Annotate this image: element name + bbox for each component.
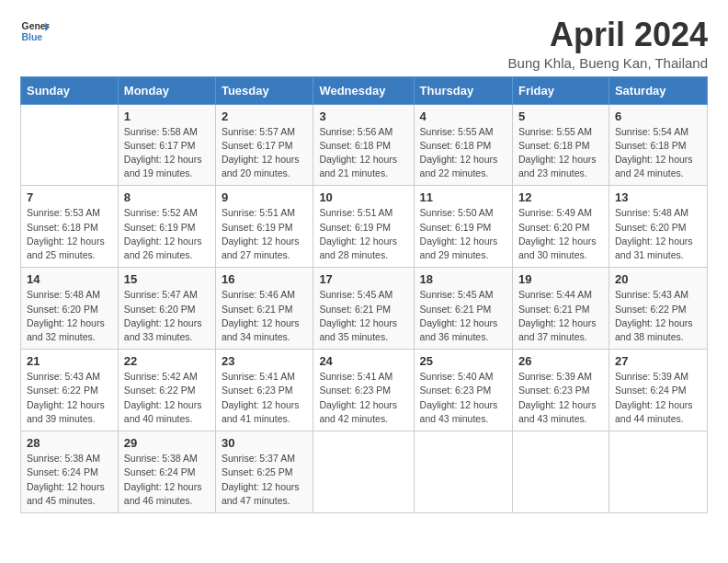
calendar-cell: 21Sunrise: 5:43 AMSunset: 6:22 PMDayligh… — [21, 350, 119, 431]
daylight-text-line1: Daylight: 12 hours — [124, 316, 210, 330]
sunrise-text: Sunrise: 5:50 AM — [420, 206, 506, 220]
calendar-cell — [609, 431, 707, 513]
sunset-text: Sunset: 6:19 PM — [420, 221, 506, 235]
calendar-table: Sunday Monday Tuesday Wednesday Thursday… — [20, 76, 708, 513]
daylight-text-line2: and 37 minutes. — [518, 330, 603, 344]
calendar-cell: 14Sunrise: 5:48 AMSunset: 6:20 PMDayligh… — [21, 268, 119, 350]
daylight-text-line2: and 45 minutes. — [27, 494, 112, 508]
calendar-cell: 26Sunrise: 5:39 AMSunset: 6:23 PMDayligh… — [512, 350, 609, 431]
day-number: 25 — [420, 354, 506, 368]
sunset-text: Sunset: 6:21 PM — [420, 303, 506, 316]
daylight-text-line2: and 41 minutes. — [222, 412, 307, 426]
day-info: Sunrise: 5:51 AMSunset: 6:19 PMDaylight:… — [222, 206, 307, 262]
daylight-text-line1: Daylight: 12 hours — [615, 235, 701, 248]
daylight-text-line2: and 43 minutes. — [420, 412, 506, 426]
sunrise-text: Sunrise: 5:54 AM — [615, 125, 701, 139]
calendar-title: April 2024 — [508, 17, 708, 53]
daylight-text-line1: Daylight: 12 hours — [222, 398, 307, 412]
daylight-text-line1: Daylight: 12 hours — [222, 480, 307, 494]
daylight-text-line2: and 30 minutes. — [518, 248, 603, 262]
day-number: 5 — [518, 109, 603, 123]
day-info: Sunrise: 5:49 AMSunset: 6:20 PMDaylight:… — [518, 206, 603, 262]
daylight-text-line2: and 20 minutes. — [222, 167, 307, 180]
day-info: Sunrise: 5:39 AMSunset: 6:24 PMDaylight:… — [615, 370, 701, 426]
calendar-cell: 27Sunrise: 5:39 AMSunset: 6:24 PMDayligh… — [609, 350, 707, 431]
day-info: Sunrise: 5:42 AMSunset: 6:22 PMDaylight:… — [124, 370, 210, 426]
daylight-text-line2: and 40 minutes. — [124, 412, 210, 426]
sunset-text: Sunset: 6:24 PM — [124, 465, 210, 479]
daylight-text-line2: and 27 minutes. — [222, 248, 307, 262]
day-number: 26 — [518, 354, 603, 368]
sunset-text: Sunset: 6:21 PM — [222, 303, 307, 316]
calendar-week-row: 28Sunrise: 5:38 AMSunset: 6:24 PMDayligh… — [21, 431, 708, 513]
calendar-cell: 6Sunrise: 5:54 AMSunset: 6:18 PMDaylight… — [609, 104, 707, 186]
daylight-text-line1: Daylight: 12 hours — [27, 398, 112, 412]
sunset-text: Sunset: 6:17 PM — [222, 139, 307, 153]
day-number: 11 — [420, 190, 506, 204]
daylight-text-line1: Daylight: 12 hours — [518, 153, 603, 167]
calendar-cell: 20Sunrise: 5:43 AMSunset: 6:22 PMDayligh… — [609, 268, 707, 350]
sunrise-text: Sunrise: 5:37 AM — [222, 452, 307, 465]
sunset-text: Sunset: 6:22 PM — [27, 384, 112, 397]
daylight-text-line2: and 25 minutes. — [27, 248, 112, 262]
calendar-cell: 3Sunrise: 5:56 AMSunset: 6:18 PMDaylight… — [313, 104, 414, 186]
logo-icon: General Blue — [20, 17, 50, 46]
sunrise-text: Sunrise: 5:53 AM — [27, 206, 112, 220]
calendar-cell: 18Sunrise: 5:45 AMSunset: 6:21 PMDayligh… — [414, 268, 512, 350]
weekday-header-row: Sunday Monday Tuesday Wednesday Thursday… — [21, 76, 708, 104]
sunset-text: Sunset: 6:17 PM — [124, 139, 210, 153]
day-number: 1 — [124, 109, 210, 123]
daylight-text-line1: Daylight: 12 hours — [222, 235, 307, 248]
sunset-text: Sunset: 6:25 PM — [222, 465, 307, 479]
daylight-text-line1: Daylight: 12 hours — [124, 153, 210, 167]
day-number: 8 — [124, 190, 210, 204]
daylight-text-line2: and 34 minutes. — [222, 330, 307, 344]
calendar-cell: 23Sunrise: 5:41 AMSunset: 6:23 PMDayligh… — [215, 350, 313, 431]
daylight-text-line2: and 42 minutes. — [319, 412, 407, 426]
daylight-text-line1: Daylight: 12 hours — [319, 153, 407, 167]
day-number: 12 — [518, 190, 603, 204]
calendar-week-row: 14Sunrise: 5:48 AMSunset: 6:20 PMDayligh… — [21, 268, 708, 350]
day-info: Sunrise: 5:57 AMSunset: 6:17 PMDaylight:… — [222, 125, 307, 181]
sunset-text: Sunset: 6:21 PM — [518, 303, 603, 316]
calendar-cell: 25Sunrise: 5:40 AMSunset: 6:23 PMDayligh… — [414, 350, 512, 431]
sunset-text: Sunset: 6:22 PM — [124, 384, 210, 397]
day-number: 14 — [27, 272, 112, 286]
calendar-cell: 2Sunrise: 5:57 AMSunset: 6:17 PMDaylight… — [215, 104, 313, 186]
sunrise-text: Sunrise: 5:48 AM — [27, 288, 112, 302]
calendar-cell: 17Sunrise: 5:45 AMSunset: 6:21 PMDayligh… — [313, 268, 414, 350]
sunset-text: Sunset: 6:23 PM — [518, 384, 603, 397]
weekday-tuesday: Tuesday — [215, 76, 313, 104]
sunrise-text: Sunrise: 5:39 AM — [518, 370, 603, 384]
day-number: 9 — [222, 190, 307, 204]
calendar-cell: 8Sunrise: 5:52 AMSunset: 6:19 PMDaylight… — [118, 186, 215, 268]
day-info: Sunrise: 5:48 AMSunset: 6:20 PMDaylight:… — [27, 288, 112, 344]
calendar-cell: 29Sunrise: 5:38 AMSunset: 6:24 PMDayligh… — [118, 431, 215, 513]
day-number: 2 — [222, 109, 307, 123]
daylight-text-line2: and 39 minutes. — [27, 412, 112, 426]
daylight-text-line2: and 29 minutes. — [420, 248, 506, 262]
daylight-text-line2: and 24 minutes. — [615, 167, 701, 180]
calendar-cell: 16Sunrise: 5:46 AMSunset: 6:21 PMDayligh… — [215, 268, 313, 350]
calendar-cell: 19Sunrise: 5:44 AMSunset: 6:21 PMDayligh… — [512, 268, 609, 350]
day-number: 18 — [420, 272, 506, 286]
sunrise-text: Sunrise: 5:55 AM — [518, 125, 603, 139]
day-number: 22 — [124, 354, 210, 368]
calendar-cell: 4Sunrise: 5:55 AMSunset: 6:18 PMDaylight… — [414, 104, 512, 186]
daylight-text-line1: Daylight: 12 hours — [518, 398, 603, 412]
sunset-text: Sunset: 6:20 PM — [518, 221, 603, 235]
sunset-text: Sunset: 6:19 PM — [222, 221, 307, 235]
sunset-text: Sunset: 6:20 PM — [124, 303, 210, 316]
day-info: Sunrise: 5:38 AMSunset: 6:24 PMDaylight:… — [124, 452, 210, 508]
calendar-cell: 22Sunrise: 5:42 AMSunset: 6:22 PMDayligh… — [118, 350, 215, 431]
sunset-text: Sunset: 6:18 PM — [319, 139, 407, 153]
sunset-text: Sunset: 6:20 PM — [615, 221, 701, 235]
calendar-subtitle: Bung Khla, Bueng Kan, Thailand — [508, 55, 708, 71]
day-number: 4 — [420, 109, 506, 123]
sunrise-text: Sunrise: 5:55 AM — [420, 125, 506, 139]
day-number: 7 — [27, 190, 112, 204]
calendar-cell — [414, 431, 512, 513]
daylight-text-line1: Daylight: 12 hours — [420, 398, 506, 412]
day-info: Sunrise: 5:52 AMSunset: 6:19 PMDaylight:… — [124, 206, 210, 262]
sunrise-text: Sunrise: 5:41 AM — [222, 370, 307, 384]
